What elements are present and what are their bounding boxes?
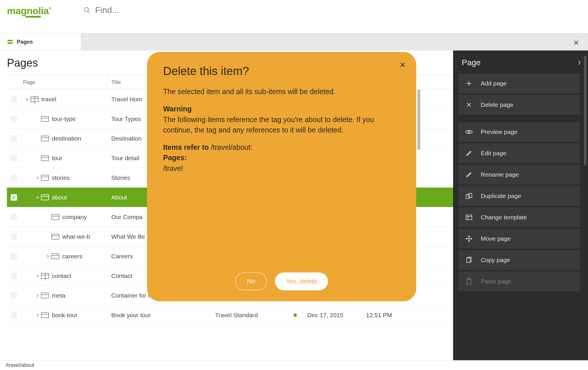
- chevron-down-icon[interactable]: [34, 195, 41, 199]
- row-name: stories: [52, 174, 70, 181]
- action-label: Change template: [481, 214, 527, 221]
- row-title: Book your tour: [108, 312, 212, 319]
- sub-header: Pages ✕: [0, 33, 588, 51]
- move-icon: [465, 235, 473, 242]
- svg-rect-14: [467, 258, 470, 263]
- action-panel-title: Page: [462, 58, 480, 67]
- dialog-warning-label: Warning: [163, 105, 192, 113]
- row-name: careers: [62, 253, 82, 260]
- svg-point-0: [84, 8, 88, 12]
- action-label: Move page: [481, 235, 511, 242]
- action-panel-header[interactable]: Page: [458, 56, 588, 74]
- svg-point-6: [468, 131, 470, 133]
- row-checkbox[interactable]: [11, 175, 17, 181]
- close-icon[interactable]: ✕: [573, 38, 579, 47]
- action-duplicate-page[interactable]: Duplicate page: [458, 186, 580, 206]
- page-icon: [51, 253, 59, 259]
- x-icon: [465, 102, 473, 108]
- search-input[interactable]: [95, 5, 588, 15]
- row-checkbox[interactable]: [11, 273, 17, 279]
- page-icon: [41, 195, 49, 200]
- chevron-down-icon[interactable]: [24, 97, 31, 101]
- brand-name: magnolia: [7, 5, 49, 16]
- row-checkbox[interactable]: [11, 116, 17, 122]
- action-label: Add page: [481, 80, 507, 87]
- paste-icon: [465, 278, 473, 285]
- svg-rect-16: [468, 278, 470, 279]
- action-change-template[interactable]: Change template: [458, 208, 580, 227]
- row-time: 12:51 PM: [361, 312, 396, 319]
- row-checkbox[interactable]: [11, 292, 17, 299]
- svg-rect-7: [466, 195, 470, 199]
- app-tab[interactable]: Pages: [0, 33, 81, 50]
- status-dot-icon: [293, 313, 297, 317]
- row-name: tour-type: [52, 115, 76, 122]
- scrollbar-indicator[interactable]: [584, 56, 586, 165]
- row-checkbox[interactable]: [11, 214, 17, 220]
- chevron-right-icon[interactable]: [34, 274, 41, 278]
- action-copy-page[interactable]: Copy page: [458, 250, 580, 270]
- dialog-close-icon[interactable]: ✕: [399, 61, 406, 70]
- pencil-icon: [465, 171, 473, 178]
- action-rename-page[interactable]: Rename page: [458, 165, 580, 184]
- chevron-right-icon[interactable]: [34, 294, 41, 298]
- chevron-right-icon[interactable]: [44, 254, 51, 258]
- row-name: meta: [52, 292, 65, 299]
- page-icon: [51, 214, 59, 220]
- row-template: Travel Standard: [212, 312, 287, 319]
- action-list: Add pageDelete pagePreview pageEdit page…: [458, 74, 588, 291]
- dialog-buttons: No Yes, delete: [147, 272, 416, 290]
- chevron-right-icon: [578, 60, 581, 66]
- search-icon: [84, 7, 91, 14]
- row-checkbox[interactable]: [11, 155, 17, 161]
- row-checkbox[interactable]: [11, 312, 17, 318]
- eye-icon: [465, 129, 473, 134]
- action-add-page[interactable]: Add page: [458, 74, 580, 93]
- chevron-right-icon[interactable]: [34, 313, 41, 317]
- dialog-warning-text: The following items reference the tag yo…: [163, 115, 374, 134]
- confirm-dialog: ✕ Delete this item? The selected item an…: [147, 52, 416, 301]
- dialog-body: The selected item and all its sub-items …: [163, 86, 400, 173]
- dialog-scrollbar[interactable]: [417, 89, 420, 150]
- row-checkbox[interactable]: ✓: [11, 194, 17, 201]
- col-header-page[interactable]: Page: [21, 75, 108, 89]
- action-edit-page[interactable]: Edit page: [458, 143, 580, 163]
- no-button[interactable]: No: [235, 272, 267, 290]
- chevron-right-icon[interactable]: [34, 176, 41, 180]
- template-icon: [465, 214, 473, 220]
- row-status: [287, 313, 304, 317]
- row-checkbox[interactable]: [11, 253, 17, 259]
- dialog-intro: The selected item and all its sub-items …: [163, 86, 400, 97]
- action-panel: Page Add pageDelete pagePreview pageEdit…: [453, 51, 588, 360]
- row-checkbox[interactable]: [11, 135, 17, 142]
- pencil-icon: [465, 150, 473, 156]
- yes-delete-button[interactable]: Yes, delete: [275, 272, 328, 290]
- dialog-refer-label: Items refer to: [163, 143, 209, 151]
- dialog-title: Delete this item?: [163, 65, 400, 78]
- row-name: travel: [42, 96, 56, 103]
- page-icon: [41, 136, 49, 141]
- row-name: contact: [52, 272, 71, 279]
- pages-app-icon: [7, 40, 13, 44]
- page-icon: [41, 116, 49, 122]
- row-checkbox[interactable]: [11, 96, 17, 102]
- action-delete-page[interactable]: Delete page: [458, 95, 580, 115]
- duplicate-icon: [465, 193, 473, 199]
- copy-icon: [465, 257, 473, 264]
- search-area: [81, 0, 588, 15]
- row-checkbox[interactable]: [11, 233, 17, 240]
- brand-reg: ®: [49, 6, 51, 10]
- page-icon: [51, 234, 59, 240]
- dialog-pages-item: /travel: [163, 164, 183, 172]
- action-label: Duplicate page: [481, 193, 521, 199]
- action-label: Copy page: [481, 257, 510, 264]
- action-label: Paste page: [481, 278, 511, 285]
- table-row[interactable]: book-tourBook your tourTravel StandardDe…: [7, 305, 453, 325]
- page-icon: [41, 155, 49, 161]
- page-icon: [31, 96, 39, 102]
- action-preview-page[interactable]: Preview page: [458, 122, 580, 142]
- page-icon: [41, 293, 49, 298]
- action-label: Delete page: [481, 101, 513, 108]
- row-name: tour: [52, 155, 62, 162]
- action-move-page[interactable]: Move page: [458, 229, 580, 248]
